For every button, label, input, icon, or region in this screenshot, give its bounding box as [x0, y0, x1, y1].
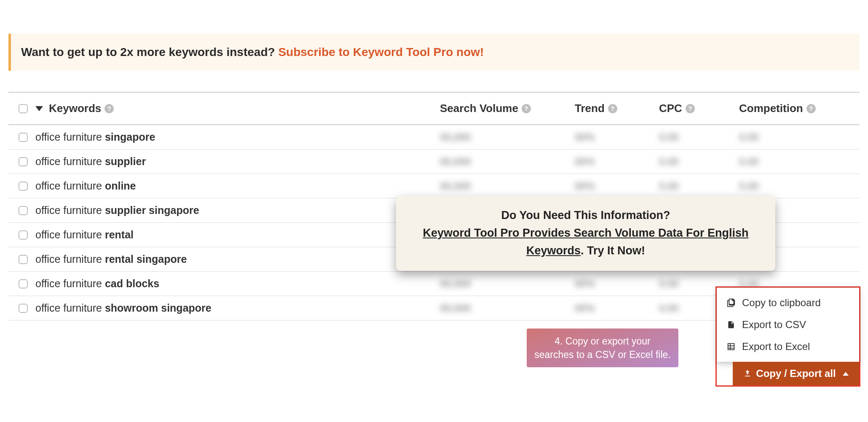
row-checkbox[interactable] [19, 157, 28, 166]
blurred-value: 00,000 [440, 131, 471, 143]
header-sv-label: Search Volume [440, 102, 518, 115]
header-trend-label: Trend [575, 102, 605, 115]
blurred-value: 0.00 [659, 180, 679, 192]
keyword-cell[interactable]: office furniture supplier singapore [35, 204, 440, 216]
table-row: office furniture singapore00,00000%0.000… [8, 125, 860, 150]
row-checkbox[interactable] [19, 133, 28, 142]
keyword-prefix: office furniture [35, 155, 105, 167]
popup-line1: Do You Need This Information? [413, 207, 758, 224]
keyword-cell[interactable]: office furniture rental singapore [35, 253, 440, 265]
help-icon[interactable]: ? [686, 104, 695, 113]
header-cpc-label: CPC [659, 102, 682, 115]
clipboard-icon [726, 298, 736, 307]
help-icon[interactable]: ? [806, 104, 816, 113]
row-checkbox[interactable] [19, 206, 28, 215]
header-competition[interactable]: Competition ? [739, 102, 857, 115]
row-checkbox[interactable] [19, 182, 28, 191]
keyword-suffix: rental singapore [105, 253, 187, 265]
sort-caret-down-icon [35, 106, 43, 111]
export-icon [743, 369, 752, 378]
promo-banner: Want to get up to 2x more keywords inste… [8, 34, 860, 71]
csv-label: Export to CSV [742, 319, 806, 331]
keyword-suffix: cad blocks [105, 278, 159, 289]
blurred-value: 0.00 [739, 131, 759, 143]
blurred-value: 0.00 [739, 156, 759, 167]
help-icon[interactable]: ? [522, 104, 531, 113]
header-keywords-label: Keywords [49, 102, 101, 115]
row-checkbox[interactable] [19, 230, 28, 240]
header-comp-label: Competition [739, 102, 803, 115]
keyword-prefix: office furniture [35, 229, 105, 240]
blurred-value: 00% [575, 156, 595, 167]
keyword-prefix: office furniture [35, 131, 105, 143]
keyword-suffix: showroom singapore [105, 302, 212, 314]
row-checkbox[interactable] [19, 304, 28, 313]
help-icon[interactable]: ? [608, 104, 617, 113]
keyword-suffix: online [105, 180, 136, 192]
blurred-value: 0.00 [739, 180, 759, 192]
tutorial-hint: 4. Copy or export your searches to a CSV… [527, 329, 678, 367]
keyword-suffix: singapore [105, 131, 155, 143]
copy-export-all-button[interactable]: Copy / Export all [733, 362, 859, 385]
popup-tail: . Try It Now! [581, 244, 645, 257]
keyword-cell[interactable]: office furniture cad blocks [35, 278, 440, 290]
blurred-value: 00,000 [440, 156, 471, 167]
keyword-cell[interactable]: office furniture rental [35, 229, 440, 241]
header-cpc[interactable]: CPC ? [659, 102, 739, 115]
header-search-volume[interactable]: Search Volume ? [440, 102, 575, 115]
blurred-value: 0.00 [659, 131, 679, 143]
table-header-row: Keywords ? Search Volume ? Trend ? CPC ?… [8, 92, 860, 125]
table-row: office furniture online00,00000%0.000.00 [8, 174, 860, 198]
keyword-prefix: office furniture [35, 204, 105, 216]
keyword-suffix: rental [105, 229, 134, 240]
keyword-suffix: supplier singapore [105, 204, 199, 216]
keyword-cell[interactable]: office furniture singapore [35, 131, 440, 143]
select-all-checkbox[interactable] [19, 104, 28, 113]
export-excel-item[interactable]: Export to Excel [717, 336, 859, 358]
upsell-popup[interactable]: Do You Need This Information? Keyword To… [396, 196, 775, 271]
excel-label: Export to Excel [742, 341, 810, 353]
export-all-label: Copy / Export all [756, 368, 836, 379]
hint-text: 4. Copy or export your searches to a CSV… [534, 336, 670, 360]
caret-up-icon [843, 372, 849, 376]
copy-to-clipboard-item[interactable]: Copy to clipboard [717, 292, 859, 314]
blurred-value: 00,000 [440, 180, 471, 192]
row-checkbox[interactable] [19, 279, 28, 288]
blurred-value: 00% [575, 180, 595, 192]
table-row: office furniture supplier00,00000%0.000.… [8, 150, 860, 174]
blurred-value: 0.00 [659, 156, 679, 167]
spreadsheet-icon [726, 342, 736, 351]
blurred-value: 00% [575, 131, 595, 143]
keyword-prefix: office furniture [35, 253, 105, 265]
export-menu: Copy to clipboard Export to CSV Export t… [717, 288, 859, 362]
keyword-suffix: supplier [105, 155, 146, 167]
export-csv-item[interactable]: Export to CSV [717, 314, 859, 336]
header-keywords[interactable]: Keywords ? [35, 102, 440, 115]
help-icon[interactable]: ? [104, 104, 114, 113]
blurred-value: 0.00 [659, 278, 679, 289]
blurred-value: 00,000 [440, 278, 471, 289]
promo-cta-link[interactable]: Subscribe to Keyword Tool Pro now! [278, 45, 484, 59]
blurred-value: 00,000 [440, 302, 471, 314]
keyword-cell[interactable]: office furniture online [35, 180, 440, 192]
copy-label: Copy to clipboard [742, 297, 821, 309]
blurred-value: 00% [575, 302, 595, 314]
promo-text: Want to get up to 2x more keywords inste… [21, 45, 278, 59]
keyword-cell[interactable]: office furniture showroom singapore [35, 302, 440, 314]
keyword-prefix: office furniture [35, 180, 105, 192]
keyword-prefix: office furniture [35, 302, 105, 314]
blurred-value: 0.00 [659, 302, 679, 314]
export-panel: Copy to clipboard Export to CSV Export t… [715, 286, 860, 387]
row-checkbox[interactable] [19, 255, 28, 264]
header-trend[interactable]: Trend ? [575, 102, 659, 115]
blurred-value: 00% [575, 278, 595, 289]
keyword-cell[interactable]: office furniture supplier [35, 155, 440, 168]
keyword-prefix: office furniture [35, 278, 105, 289]
file-icon [726, 320, 736, 329]
popup-line2: Keyword Tool Pro Provides Search Volume … [413, 224, 758, 260]
